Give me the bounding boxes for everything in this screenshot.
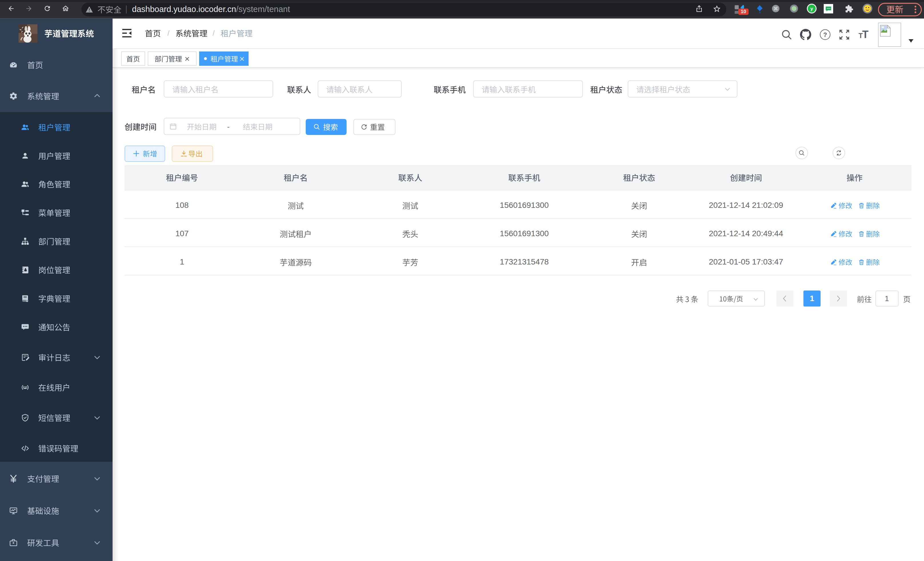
svg-text:?: ?: [823, 31, 827, 38]
svg-text:y: y: [810, 6, 813, 11]
svg-text:⌘: ⌘: [773, 6, 778, 11]
